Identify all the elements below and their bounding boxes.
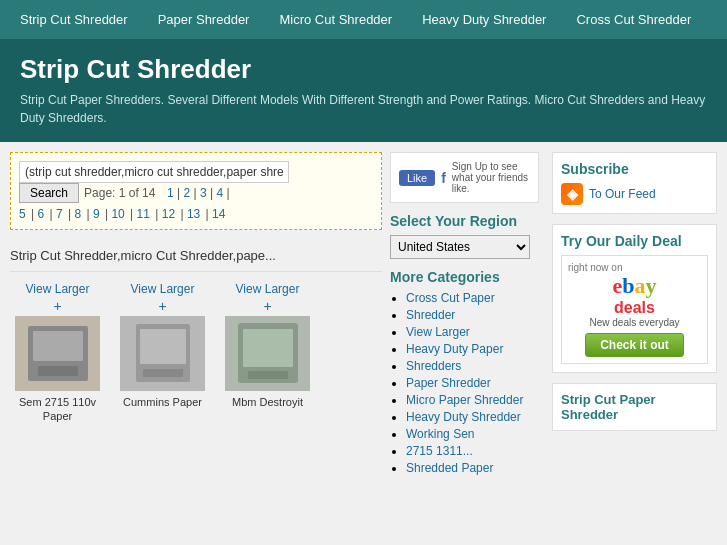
list-item: Micro Paper Shredder <box>406 393 539 407</box>
region-select[interactable]: United States United Kingdom Canada Aust… <box>390 235 530 259</box>
nav-cross-cut[interactable]: Cross Cut Shredder <box>576 12 691 27</box>
product-image-0 <box>15 316 100 391</box>
categories-title: More Categories <box>390 269 539 285</box>
svg-rect-7 <box>243 329 293 367</box>
strip-cut-section: Strip Cut Paper Shredder <box>552 383 717 431</box>
nav-strip-cut[interactable]: Strip Cut Shredder <box>20 12 128 27</box>
svg-rect-2 <box>38 366 78 376</box>
page-info: Page: 1 of 14 <box>84 186 155 200</box>
svg-rect-4 <box>140 329 186 364</box>
list-item: Heavy Duty Paper <box>406 342 539 356</box>
facebook-box: Like f Sign Up to see what your friends … <box>390 152 539 203</box>
list-item: Shredded Paper <box>406 461 539 475</box>
fb-icon: f <box>441 170 446 186</box>
plus-icon-0: + <box>10 298 105 314</box>
new-deals-text: New deals everyday <box>568 317 701 328</box>
top-navigation: Strip Cut Shredder Paper Shredder Micro … <box>0 0 727 39</box>
categories-section: More Categories Cross Cut Paper Shredder… <box>390 269 539 475</box>
product-name-1: Cummins Paper <box>115 395 210 409</box>
subscribe-section: Subscribe ◈ To Our Feed <box>552 152 717 214</box>
daily-deal-title: Try Our Daily Deal <box>561 233 708 249</box>
product-name-0: Sem 2715 110v Paper <box>10 395 105 424</box>
list-item: Shredder <box>406 308 539 322</box>
search-input[interactable] <box>19 161 289 183</box>
subscribe-title: Subscribe <box>561 161 708 177</box>
header-description: Strip Cut Paper Shredders. Several Diffe… <box>20 91 707 127</box>
plus-icon-1: + <box>115 298 210 314</box>
left-column: Search Page: 1 of 14 1 | 2 | 3 | 4 | 5 |… <box>10 152 382 478</box>
list-item: Cross Cut Paper <box>406 291 539 305</box>
page-links-1: 1 | 2 | 3 | 4 | <box>160 186 229 200</box>
page-title: Strip Cut Shredder <box>20 54 707 85</box>
view-larger-1[interactable]: View Larger <box>115 282 210 296</box>
product-grid: View Larger + Sem 2715 110v Paper View L… <box>10 282 382 424</box>
list-item: Heavy Duty Shredder <box>406 410 539 424</box>
fb-signup-text: Sign Up to see what your friends like. <box>452 161 530 194</box>
query-title: Strip Cut Shredder,micro Cut Shredder,pa… <box>10 240 382 272</box>
product-name-2: Mbm Destroyit <box>220 395 315 409</box>
right-now-text: right now on <box>568 262 701 273</box>
svg-rect-8 <box>248 371 288 379</box>
deals-text: deals <box>568 299 701 317</box>
svg-rect-5 <box>143 369 183 377</box>
strip-cut-title: Strip Cut Paper Shredder <box>561 392 708 422</box>
feed-item: ◈ To Our Feed <box>561 183 708 205</box>
nav-micro-cut[interactable]: Micro Cut Shredder <box>279 12 392 27</box>
product-image-1 <box>120 316 205 391</box>
view-larger-2[interactable]: View Larger <box>220 282 315 296</box>
list-item: Shredders <box>406 359 539 373</box>
feed-link[interactable]: To Our Feed <box>589 187 656 201</box>
rss-icon: ◈ <box>561 183 583 205</box>
list-item: 2715 1311... <box>406 444 539 458</box>
region-section: Select Your Region United States United … <box>390 213 539 259</box>
region-title: Select Your Region <box>390 213 539 229</box>
fb-like-button[interactable]: Like <box>399 170 435 186</box>
search-button[interactable]: Search <box>19 183 79 203</box>
check-button[interactable]: Check it out <box>585 333 684 357</box>
categories-list: Cross Cut Paper Shredder View Larger Hea… <box>390 291 539 475</box>
daily-deal-section: Try Our Daily Deal right now on ebay dea… <box>552 224 717 373</box>
list-item: Paper Shredder <box>406 376 539 390</box>
svg-rect-1 <box>33 331 83 361</box>
search-section: Search Page: 1 of 14 1 | 2 | 3 | 4 | 5 |… <box>10 152 382 230</box>
main-content: Search Page: 1 of 14 1 | 2 | 3 | 4 | 5 |… <box>0 142 727 488</box>
list-item: View Larger <box>406 325 539 339</box>
right-column: Subscribe ◈ To Our Feed Try Our Daily De… <box>547 152 717 478</box>
product-image-2 <box>225 316 310 391</box>
plus-icon-2: + <box>220 298 315 314</box>
page-links-2: 5 | 6 | 7 | 8 | 9 | 10 | 11 | 12 | 13 | … <box>19 207 373 221</box>
product-item-1: View Larger + Cummins Paper <box>115 282 210 424</box>
nav-heavy-duty[interactable]: Heavy Duty Shredder <box>422 12 546 27</box>
product-item-0: View Larger + Sem 2715 110v Paper <box>10 282 105 424</box>
nav-paper-shredder[interactable]: Paper Shredder <box>158 12 250 27</box>
site-header: Strip Cut Shredder Strip Cut Paper Shred… <box>0 39 727 142</box>
list-item: Working Sen <box>406 427 539 441</box>
middle-column: Like f Sign Up to see what your friends … <box>382 152 547 478</box>
product-item-2: View Larger + Mbm Destroyit <box>220 282 315 424</box>
deal-box: right now on ebay deals New deals everyd… <box>561 255 708 364</box>
ebay-logo: ebay <box>568 273 701 299</box>
view-larger-0[interactable]: View Larger <box>10 282 105 296</box>
